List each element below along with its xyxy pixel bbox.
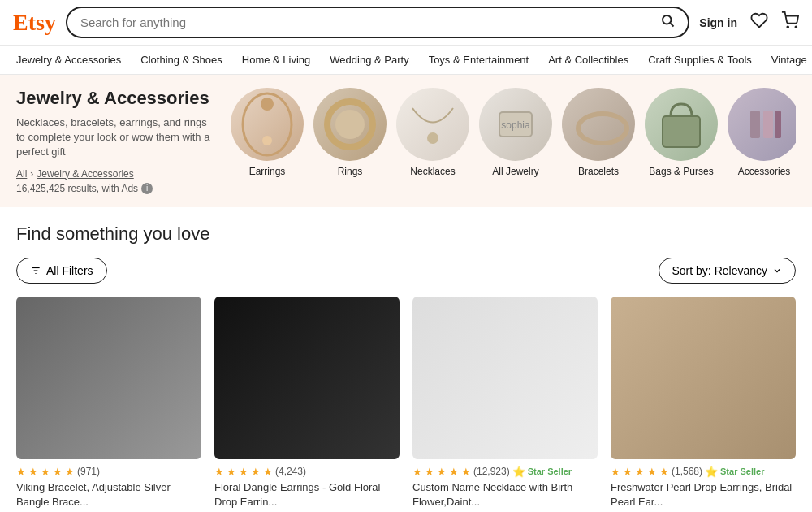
breadcrumb: All › Jewelry & Accessories bbox=[16, 168, 211, 180]
category-label-earrings: Earrings bbox=[249, 166, 286, 177]
product-image-4 bbox=[611, 297, 796, 459]
banner-description: Necklaces, bracelets, earrings, and ring… bbox=[16, 115, 211, 160]
product-image-1 bbox=[16, 297, 201, 459]
product-grid: ★★★★★ (971) Viking Bracelet, Adjustable … bbox=[16, 297, 796, 512]
filter-icon bbox=[30, 265, 41, 276]
star-seller-badge: ⭐ Star Seller bbox=[705, 466, 764, 478]
nav-item-jewelry[interactable]: Jewelry & Accessories bbox=[6, 46, 131, 74]
search-bar bbox=[66, 7, 689, 38]
category-banner: Jewelry & Accessories Necklaces, bracele… bbox=[0, 75, 812, 207]
svg-rect-14 bbox=[750, 111, 760, 138]
all-filters-button[interactable]: All Filters bbox=[16, 258, 107, 284]
product-card-2[interactable]: ★★★★★ (4,243) Floral Dangle Earrings - G… bbox=[214, 297, 400, 512]
product-stars-1: ★★★★★ (971) bbox=[16, 466, 201, 478]
category-circle-accessories bbox=[728, 88, 796, 161]
cart-icon bbox=[781, 11, 799, 29]
search-input[interactable] bbox=[80, 15, 654, 29]
category-circle-rings bbox=[313, 88, 387, 161]
results-count: 16,425,425 results, with Ads i bbox=[16, 183, 211, 194]
svg-point-2 bbox=[787, 26, 788, 28]
nav-item-toys[interactable]: Toys & Entertainment bbox=[419, 46, 539, 74]
header: Etsy Sign in bbox=[0, 0, 812, 46]
nav-item-art[interactable]: Art & Collectibles bbox=[538, 46, 638, 74]
category-circle-necklaces bbox=[396, 88, 469, 161]
product-image-3 bbox=[412, 297, 598, 459]
nav-item-vintage[interactable]: Vintage bbox=[762, 46, 812, 74]
category-circles: Earrings Rings Necklaces sophia All Jewe… bbox=[231, 88, 796, 177]
category-circle-bracelets bbox=[562, 88, 635, 161]
favorites-button[interactable] bbox=[750, 11, 768, 34]
banner-text: Jewelry & Accessories Necklaces, bracele… bbox=[16, 88, 211, 194]
nav-item-wedding[interactable]: Wedding & Party bbox=[320, 46, 418, 74]
cart-button[interactable] bbox=[781, 11, 799, 34]
svg-line-1 bbox=[671, 23, 674, 26]
svg-rect-13 bbox=[663, 116, 700, 147]
header-actions: Sign in bbox=[699, 11, 799, 34]
product-stars-3: ★★★★★ (12,923) ⭐ Star Seller bbox=[412, 466, 598, 478]
category-accessories[interactable]: Accessories bbox=[728, 88, 796, 177]
product-title-4: Freshwater Pearl Drop Earrings, Bridal P… bbox=[611, 480, 796, 510]
product-stars-4: ★★★★★ (1,568) ⭐ Star Seller bbox=[611, 466, 796, 478]
filter-bar: All Filters Sort by: Relevancy bbox=[16, 258, 796, 284]
search-button[interactable] bbox=[660, 13, 675, 32]
product-title-1: Viking Bracelet, Adjustable Silver Bangl… bbox=[16, 480, 201, 510]
nav-item-craft[interactable]: Craft Supplies & Tools bbox=[638, 46, 762, 74]
svg-rect-15 bbox=[763, 111, 773, 138]
sign-in-button[interactable]: Sign in bbox=[699, 16, 737, 29]
svg-point-9 bbox=[427, 132, 438, 144]
category-label-bags: Bags & Purses bbox=[649, 166, 713, 177]
svg-point-8 bbox=[335, 110, 365, 139]
product-card-4[interactable]: ★★★★★ (1,568) ⭐ Star Seller Freshwater P… bbox=[611, 297, 796, 512]
main-nav: Jewelry & Accessories Clothing & Shoes H… bbox=[0, 46, 812, 75]
product-stars-2: ★★★★★ (4,243) bbox=[214, 466, 400, 478]
category-alljewelry[interactable]: sophia All Jewelry bbox=[479, 88, 552, 177]
product-title-3: Custom Name Necklace with Birth Flower,D… bbox=[412, 480, 598, 510]
svg-point-3 bbox=[795, 26, 797, 28]
category-necklaces[interactable]: Necklaces bbox=[396, 88, 469, 177]
heart-icon bbox=[750, 11, 768, 29]
star-seller-badge: ⭐ Star Seller bbox=[512, 466, 572, 478]
results-text: 16,425,425 results, with Ads bbox=[16, 183, 138, 194]
category-label-alljewelry: All Jewelry bbox=[492, 166, 538, 177]
search-icon bbox=[660, 13, 675, 28]
product-card-1[interactable]: ★★★★★ (971) Viking Bracelet, Adjustable … bbox=[16, 297, 201, 512]
svg-point-5 bbox=[261, 98, 274, 111]
breadcrumb-category[interactable]: Jewelry & Accessories bbox=[37, 168, 133, 180]
product-card-3[interactable]: ★★★★★ (12,923) ⭐ Star Seller Custom Name… bbox=[412, 297, 598, 512]
category-earrings[interactable]: Earrings bbox=[231, 88, 304, 177]
sort-button[interactable]: Sort by: Relevancy bbox=[659, 258, 797, 284]
product-image-2 bbox=[214, 297, 400, 459]
svg-point-0 bbox=[663, 15, 672, 24]
banner-title: Jewelry & Accessories bbox=[16, 88, 211, 109]
section-title: Find something you love bbox=[16, 223, 796, 245]
breadcrumb-all[interactable]: All bbox=[16, 168, 27, 180]
category-label-bracelets: Bracelets bbox=[578, 166, 619, 177]
main-content: Find something you love All Filters Sort… bbox=[0, 207, 812, 512]
category-label-necklaces: Necklaces bbox=[410, 166, 455, 177]
svg-text:sophia: sophia bbox=[501, 119, 530, 131]
category-label-rings: Rings bbox=[338, 166, 363, 177]
category-bags[interactable]: Bags & Purses bbox=[645, 88, 718, 177]
category-circle-alljewelry: sophia bbox=[479, 88, 552, 161]
product-title-2: Floral Dangle Earrings - Gold Floral Dro… bbox=[214, 480, 400, 510]
chevron-down-icon bbox=[772, 266, 782, 276]
category-circle-bags bbox=[645, 88, 718, 161]
svg-point-12 bbox=[578, 114, 627, 143]
category-bracelets[interactable]: Bracelets bbox=[562, 88, 635, 177]
nav-item-clothing[interactable]: Clothing & Shoes bbox=[131, 46, 231, 74]
category-circle-earrings bbox=[231, 88, 304, 161]
svg-rect-16 bbox=[775, 111, 781, 138]
category-rings[interactable]: Rings bbox=[313, 88, 387, 177]
category-label-accessories: Accessories bbox=[738, 166, 791, 177]
info-icon[interactable]: i bbox=[141, 183, 153, 194]
etsy-logo[interactable]: Etsy bbox=[13, 10, 56, 36]
svg-point-6 bbox=[262, 136, 272, 145]
nav-item-home[interactable]: Home & Living bbox=[232, 46, 321, 74]
